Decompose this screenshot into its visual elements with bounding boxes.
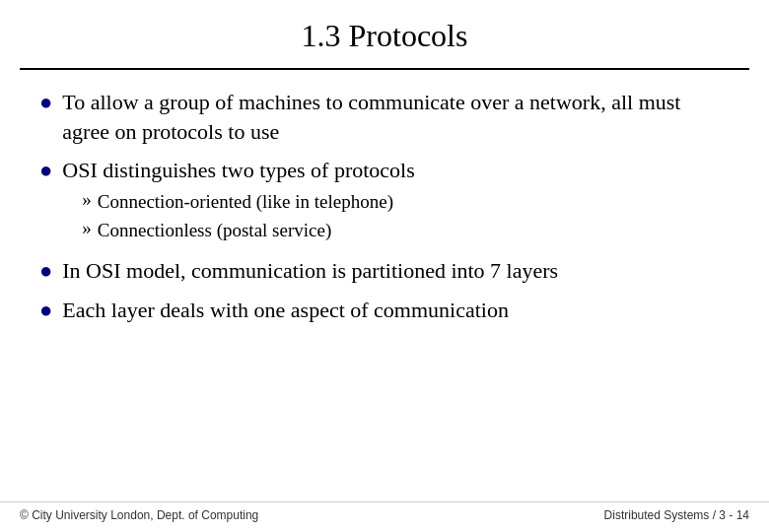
content-area: ● To allow a group of machines to commun… bbox=[0, 70, 769, 345]
bullet-dot-1: ● bbox=[39, 90, 52, 115]
bullet-dot-2: ● bbox=[39, 158, 52, 183]
slide-title: 1.3 Protocols bbox=[39, 18, 730, 54]
title-area: 1.3 Protocols bbox=[0, 0, 769, 62]
sub-bullet-arrow-2-1: » bbox=[82, 189, 92, 211]
sub-bullet-text-2-2: Connectionless (postal service) bbox=[98, 218, 331, 243]
bullet-dot-3: ● bbox=[39, 258, 52, 284]
bullet-item-4: ● Each layer deals with one aspect of co… bbox=[39, 296, 730, 325]
bullet-item-2: ● OSI distinguishes two types of protoco… bbox=[39, 156, 730, 246]
sub-bullet-arrow-2-2: » bbox=[82, 218, 92, 239]
bullet-text-1: To allow a group of machines to communic… bbox=[62, 88, 730, 146]
sub-bullets-2: » Connection-oriented (like in telephone… bbox=[82, 189, 415, 242]
sub-bullet-item-2-2: » Connectionless (postal service) bbox=[82, 218, 415, 243]
bullet-item-3: ● In OSI model, communication is partiti… bbox=[39, 256, 730, 286]
footer-right: Distributed Systems / 3 - 14 bbox=[604, 508, 749, 522]
bullet-text-4: Each layer deals with one aspect of comm… bbox=[62, 296, 509, 325]
sub-bullet-item-2-1: » Connection-oriented (like in telephone… bbox=[82, 189, 415, 215]
slide-container: 1.3 Protocols ● To allow a group of mach… bbox=[0, 0, 769, 532]
bullet-text-2: OSI distinguishes two types of protocols bbox=[62, 158, 415, 182]
bullet-2-content: OSI distinguishes two types of protocols… bbox=[62, 156, 415, 246]
bullet-dot-4: ● bbox=[39, 298, 52, 323]
bullet-item-1: ● To allow a group of machines to commun… bbox=[39, 88, 730, 146]
sub-bullet-text-2-1: Connection-oriented (like in telephone) bbox=[98, 189, 393, 215]
footer-left: © City University London, Dept. of Compu… bbox=[20, 508, 258, 522]
slide-footer: © City University London, Dept. of Compu… bbox=[0, 501, 769, 522]
bullet-text-3: In OSI model, communication is partition… bbox=[62, 256, 558, 286]
